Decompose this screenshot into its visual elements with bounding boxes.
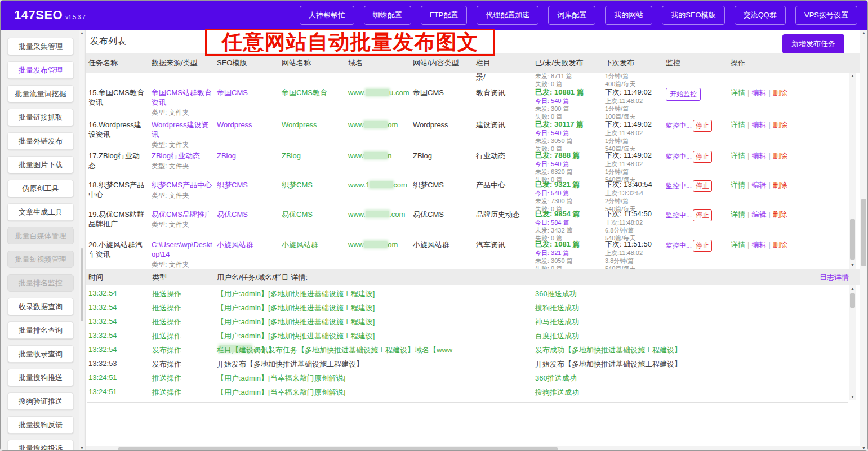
scroll-up-arrow[interactable]: ▲	[79, 30, 84, 37]
sidebar-item[interactable]: 批量采集管理	[7, 38, 74, 55]
log-scrollbar[interactable]: ▲ ▼	[849, 285, 856, 400]
log-status: 神马推送成功	[535, 317, 579, 327]
separator: |	[747, 151, 749, 160]
sidebar-item[interactable]: 批量搜狗投诉	[7, 440, 74, 451]
delete-link[interactable]: 删除	[773, 210, 787, 218]
nav-item-6[interactable]: 我的SEO模版	[662, 6, 724, 25]
stop-button[interactable]: 停止	[693, 209, 712, 221]
scroll-up-arrow[interactable]: ▲	[849, 73, 856, 79]
table-header-cell-2: SEO模版	[217, 58, 282, 68]
sidebar-item[interactable]: 批量图片下载	[7, 156, 74, 173]
log-type: 推送操作	[152, 289, 181, 299]
edit-link[interactable]: 编辑	[751, 120, 766, 129]
log-time: 13:32:54	[88, 331, 117, 340]
edit-link[interactable]: 编辑	[751, 240, 766, 249]
table-header-cell-3: 网站名称	[282, 58, 348, 68]
scrollbar-thumb[interactable]	[81, 248, 83, 321]
sidebar-item[interactable]: 伪原创工具	[7, 180, 74, 197]
sidebar-item[interactable]: 批量链接抓取	[7, 109, 74, 126]
delete-link[interactable]: 删除	[773, 240, 787, 249]
scroll-up-arrow[interactable]: ▲	[860, 30, 867, 37]
nav-item-0[interactable]: 大神帮帮忙	[300, 6, 354, 25]
publish-stats: 已发: 30117 篇今日: 540 篇未发: 3050 篇失败: 0 篇	[535, 120, 605, 153]
stop-button[interactable]: 停止	[693, 151, 712, 163]
table-row: 18.织梦CMS产品中心织梦CMS产品中心类型: 文件夹织梦CMS织梦CMSww…	[86, 180, 846, 213]
publish-stats: 已发: 7888 篇今日: 540 篇未发: 6320 篇失败: 0 篇	[535, 151, 605, 184]
nav-item-5[interactable]: 我的网站	[605, 6, 652, 25]
site-name: 小旋风站群	[282, 240, 348, 249]
schedule-line: 6.8分钟/篇	[605, 226, 661, 234]
nav-item-8[interactable]: VPS拨号设置	[795, 6, 857, 25]
delete-link[interactable]: 删除	[773, 88, 787, 97]
sidebar-item[interactable]: 批量收录查询	[7, 345, 74, 363]
horizontal-scrollbar[interactable]	[86, 446, 862, 451]
stat-line: 已发: 9854 篇	[535, 209, 600, 218]
stat-line: 已发: 10881 篇	[535, 88, 600, 97]
stop-button[interactable]: 停止	[693, 240, 712, 252]
nav-item-4[interactable]: 词库配置	[548, 6, 595, 25]
scrollbar-thumb[interactable]	[861, 199, 866, 266]
schedule-line: 上次:11:48:02	[605, 160, 661, 168]
publish-stats: 已发: 9854 篇今日: 584 篇未发: 3432 篇失败: 0 篇	[535, 209, 605, 242]
sidebar-item[interactable]: 收录数据查询	[7, 298, 74, 315]
source-type: 类型: 文件夹	[152, 220, 212, 230]
sidebar-item[interactable]: 批量流量词挖掘	[7, 85, 74, 102]
task-source: 帝国CMS站群教育资讯类型: 文件夹	[152, 88, 217, 118]
sidebar-item[interactable]: 批量排名查询	[7, 321, 74, 339]
nav-item-1[interactable]: 蜘蛛配置	[364, 6, 411, 25]
edit-link[interactable]: 编辑	[751, 151, 766, 160]
detail-link[interactable]: 详情	[731, 240, 745, 249]
detail-link[interactable]: 详情	[731, 181, 745, 189]
domain-suffix: om	[388, 120, 398, 129]
log-detail-text: 【用户:admin】[当幸福来敲门原创解说]	[217, 373, 345, 383]
nav-item-3[interactable]: 代理配置加速	[477, 6, 538, 25]
detail-link[interactable]: 详情	[731, 151, 745, 160]
sidebar-item[interactable]: 批量搜狗推送	[7, 369, 74, 386]
scroll-down-arrow[interactable]: ▼	[849, 394, 856, 400]
edit-link[interactable]: 编辑	[751, 210, 766, 218]
add-task-button[interactable]: 新增发布任务	[782, 34, 844, 53]
log-col-time: 时间	[88, 273, 103, 283]
domain-blur	[364, 152, 388, 159]
edit-link[interactable]: 编辑	[751, 88, 766, 97]
scrollbar-thumb[interactable]	[850, 293, 855, 308]
table-scrollbar[interactable]: ▲ ▼	[849, 73, 856, 269]
separator: |	[747, 120, 749, 129]
detail-link[interactable]: 详情	[731, 210, 745, 218]
nav-item-7[interactable]: 交流QQ群	[735, 6, 786, 25]
edit-link[interactable]: 编辑	[751, 181, 766, 189]
sidebar-scrollbar[interactable]: ▲ ▼	[79, 30, 84, 451]
delete-link[interactable]: 删除	[773, 151, 787, 160]
stop-button[interactable]: 停止	[693, 120, 712, 132]
scroll-down-arrow[interactable]: ▼	[860, 445, 867, 451]
window-scrollbar[interactable]: ▲ ▼	[860, 30, 867, 451]
stat-line: 未发: 3050 篇	[535, 257, 600, 265]
table-body: 15.帝国CMS教育资讯帝国CMS站群教育资讯类型: 文件夹帝国CMS帝国CMS…	[86, 73, 849, 269]
log-time: 13:32:53	[88, 359, 117, 368]
sidebar-item[interactable]: 搜狗验证推送	[7, 392, 74, 410]
scrollbar-thumb[interactable]	[118, 447, 558, 451]
scrollbar-thumb[interactable]	[850, 219, 855, 260]
scroll-down-arrow[interactable]: ▼	[79, 445, 84, 451]
table-header-cell-0: 任务名称	[88, 58, 152, 68]
scroll-up-arrow[interactable]: ▲	[849, 285, 856, 292]
detail-link[interactable]: 详情	[731, 120, 745, 129]
schedule-line: 上次:11:48:02	[605, 249, 661, 257]
stop-button[interactable]: 停止	[693, 180, 712, 192]
sidebar-item[interactable]: 批量外链发布	[7, 132, 74, 150]
seo-template: 织梦CMS	[217, 180, 282, 190]
sidebar-item[interactable]: 批量发布管理	[7, 61, 74, 79]
start-monitor-button[interactable]: 开始监控	[666, 88, 701, 101]
delete-link[interactable]: 删除	[773, 120, 787, 129]
detail-link[interactable]: 详情	[731, 88, 745, 97]
sidebar-item[interactable]: 批量搜狗反馈	[7, 416, 74, 434]
site-domain: wwwom	[348, 240, 413, 249]
scroll-down-arrow[interactable]: ▼	[849, 262, 856, 269]
table-row: 20.小旋风站群汽车资讯C:\Users\wp\Desktop\14类型: 文件…	[86, 240, 846, 269]
log-row: 13:32:54推送操作【用户:admin】[多地加快推进基础设施工程建设]百度…	[86, 331, 849, 343]
delete-link[interactable]: 删除	[773, 181, 787, 189]
nav-item-2[interactable]: FTP配置	[421, 6, 468, 25]
sidebar-item[interactable]: 文章生成工具	[7, 203, 74, 221]
log-detail-link[interactable]: 日志详情	[820, 273, 849, 283]
schedule: 下次: 11:49:02上次:11:48:021分钟/篇540篇/每天	[605, 120, 666, 153]
